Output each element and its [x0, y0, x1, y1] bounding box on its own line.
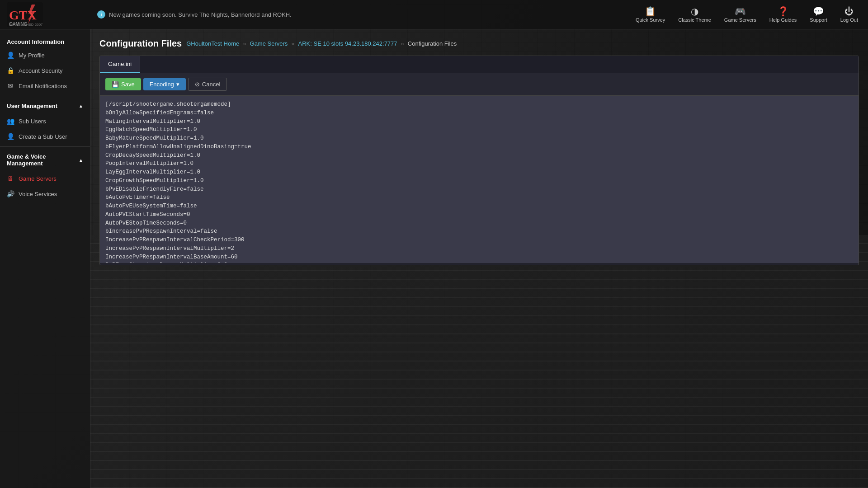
nav-help-label: Help Guides [769, 17, 797, 23]
breadcrumb-current: Configuration Files [408, 40, 457, 47]
voice-icon: 🔊 [7, 190, 14, 197]
config-toolbar: 💾 Save Encoding ▾ ⊘ Cancel [100, 73, 859, 96]
sidebar-item-create-sub-user[interactable]: 👤 Create a Sub User [0, 129, 90, 144]
support-icon: 💬 [813, 7, 824, 16]
cancel-icon: ⊘ [195, 81, 200, 88]
encoding-button[interactable]: Encoding ▾ [143, 78, 186, 90]
nav-support-label: Support [810, 17, 827, 23]
encoding-dropdown-icon: ▾ [176, 81, 179, 88]
breadcrumb-game-servers[interactable]: Game Servers [250, 40, 288, 47]
sidebar-my-profile-label: My Profile [19, 52, 45, 59]
sidebar-voice-services-label: Voice Services [19, 191, 57, 197]
logo-area: GTX GAMING ESTABLISHED 2007 [0, 2, 90, 27]
page-title: Configuration Files [99, 38, 182, 49]
nav-survey-label: Quick Survey [636, 17, 665, 23]
help-icon: ❓ [778, 7, 789, 16]
nav-support[interactable]: 💬 Support [804, 5, 833, 25]
nav-help-guides[interactable]: ❓ Help Guides [764, 5, 802, 25]
sidebar-item-email-notifications[interactable]: ✉ Email Notifications [0, 78, 90, 94]
breadcrumb-sep-3: » [401, 40, 404, 47]
sidebar-item-voice-services[interactable]: 🔊 Voice Services [0, 186, 90, 202]
chevron-up-icon: ▲ [79, 103, 83, 108]
sidebar-game-voice-label: Game & Voice Management [7, 153, 79, 167]
breadcrumb: GHoultonTest Home » Game Servers » ARK: … [186, 40, 457, 47]
nav-quick-survey[interactable]: 📋 Quick Survey [630, 5, 670, 25]
cancel-label: Cancel [202, 81, 220, 88]
breadcrumb-sep-1: » [243, 40, 246, 47]
sidebar-user-management-label: User Management [7, 103, 57, 109]
config-tabs: Game.ini [100, 56, 859, 73]
breadcrumb-sep-2: » [291, 40, 294, 47]
config-panel: Game.ini 💾 Save Encoding ▾ ⊘ Cancel [99, 56, 859, 265]
sidebar-create-sub-user-label: Create a Sub User [19, 133, 67, 140]
nav-theme-label: Classic Theme [678, 17, 711, 23]
gamepad-icon: 🎮 [735, 7, 746, 16]
cancel-button[interactable]: ⊘ Cancel [188, 78, 227, 91]
logo-icon: GTX GAMING ESTABLISHED 2007 [7, 2, 43, 27]
save-button[interactable]: 💾 Save [105, 78, 141, 90]
chevron-down-icon: ▲ [79, 158, 83, 163]
top-nav-icons: 📋 Quick Survey ◑ Classic Theme 🎮 Game Se… [630, 5, 868, 25]
nav-gameservers-label: Game Servers [724, 17, 756, 23]
sidebar-section-account: Account Information [0, 34, 90, 47]
tab-game-ini-label: Game.ini [108, 61, 132, 67]
sidebar-game-servers-label: Game Servers [19, 175, 57, 182]
sidebar-divider-2 [0, 146, 90, 147]
content-area: Configuration Files GHoultonTest Home » … [90, 29, 868, 488]
tab-game-ini[interactable]: Game.ini [100, 56, 140, 73]
sidebar-item-game-servers[interactable]: 🖥 Game Servers [0, 171, 90, 186]
server-icon: 🖥 [7, 175, 14, 182]
announcement-bar: i New games coming soon. Survive The Nig… [90, 10, 630, 19]
theme-icon: ◑ [691, 7, 698, 16]
email-icon: ✉ [7, 82, 14, 89]
sidebar-section-user-management[interactable]: User Management ▲ [0, 99, 90, 113]
encoding-label: Encoding [150, 81, 174, 88]
nav-logout-label: Log Out [840, 17, 858, 23]
sidebar-divider-1 [0, 96, 90, 96]
sidebar-item-sub-users[interactable]: 👥 Sub Users [0, 113, 90, 129]
save-label: Save [121, 81, 135, 88]
announcement-text: New games coming soon. Survive The Night… [109, 11, 292, 18]
main-layout: Account Information 👤 My Profile 🔒 Accou… [0, 29, 868, 488]
svg-text:ESTABLISHED 2007: ESTABLISHED 2007 [9, 23, 43, 27]
page-header: Configuration Files GHoultonTest Home » … [99, 38, 859, 49]
breadcrumb-ark[interactable]: ARK: SE 10 slots 94.23.180.242:7777 [298, 40, 397, 47]
nav-game-servers-top[interactable]: 🎮 Game Servers [719, 5, 762, 25]
nav-classic-theme[interactable]: ◑ Classic Theme [673, 5, 717, 25]
sidebar-email-label: Email Notifications [19, 83, 67, 89]
create-user-icon: 👤 [7, 133, 14, 140]
sidebar-sub-users-label: Sub Users [19, 118, 46, 125]
lock-icon: 🔒 [7, 67, 14, 74]
sidebar-section-game-voice[interactable]: Game & Voice Management ▲ [0, 149, 90, 171]
sidebar-item-my-profile[interactable]: 👤 My Profile [0, 47, 90, 63]
survey-icon: 📋 [645, 7, 656, 16]
sub-users-icon: 👥 [7, 117, 14, 125]
config-editor[interactable] [100, 96, 859, 263]
breadcrumb-home[interactable]: GHoultonTest Home [186, 40, 239, 47]
topbar: GTX GAMING ESTABLISHED 2007 i New games … [0, 0, 868, 29]
save-icon: 💾 [112, 81, 119, 88]
nav-logout[interactable]: ⏻ Log Out [835, 5, 863, 25]
sidebar-item-account-security[interactable]: 🔒 Account Security [0, 63, 90, 78]
sidebar-account-security-label: Account Security [19, 67, 63, 74]
logout-icon: ⏻ [844, 7, 854, 16]
info-icon: i [97, 10, 105, 19]
profile-icon: 👤 [7, 52, 14, 59]
sidebar: Account Information 👤 My Profile 🔒 Accou… [0, 29, 90, 488]
